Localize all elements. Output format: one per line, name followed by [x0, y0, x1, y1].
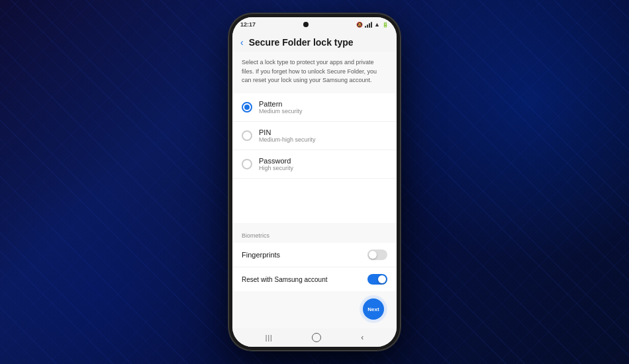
- next-button-label: Next: [367, 306, 379, 312]
- list-item[interactable]: Password High security: [232, 150, 397, 179]
- recents-button[interactable]: |||: [266, 334, 273, 341]
- status-time: 12:17: [240, 21, 256, 28]
- nav-bar: ||| ‹: [232, 328, 397, 347]
- samsung-account-toggle[interactable]: [367, 274, 387, 285]
- battery-icon: 🔋: [382, 22, 389, 28]
- status-bar: 12:17 🔕 ▲ 🔋: [232, 17, 397, 32]
- fingerprints-item[interactable]: Fingerprints: [232, 243, 397, 267]
- option-label-pattern: Pattern: [259, 100, 303, 108]
- back-nav-button[interactable]: ‹: [361, 333, 363, 342]
- option-label-password: Password: [259, 157, 293, 165]
- radio-dot-pattern: [244, 105, 250, 110]
- status-icons: 🔕 ▲ 🔋: [356, 21, 389, 28]
- signal-bars: [365, 21, 372, 28]
- app-bar: ‹ Secure Folder lock type: [232, 32, 397, 52]
- camera-notch: [303, 22, 309, 27]
- signal-bar-2: [367, 24, 368, 28]
- wifi-icon: ▲: [374, 21, 380, 28]
- next-button-container: Next: [232, 291, 397, 328]
- fingerprints-label: Fingerprints: [242, 251, 280, 259]
- biometrics-title: Biometrics: [242, 232, 269, 239]
- option-text-pin: PIN Medium-high security: [259, 128, 316, 143]
- bg-glow: [364, 0, 629, 265]
- option-sublabel-pin: Medium-high security: [259, 136, 316, 143]
- option-sublabel-password: High security: [259, 165, 293, 171]
- screen-content: Select a lock type to protect your apps …: [232, 52, 397, 328]
- list-item[interactable]: Pattern Medium security: [232, 93, 397, 122]
- radio-pattern[interactable]: [242, 102, 252, 113]
- phone-frame: 12:17 🔕 ▲ 🔋 ‹ Secure Folder lock type: [228, 13, 401, 351]
- next-button[interactable]: Next: [363, 298, 384, 320]
- list-item[interactable]: PIN Medium-high security: [232, 122, 397, 150]
- radio-pin[interactable]: [242, 130, 252, 141]
- page-title: Secure Folder lock type: [249, 37, 354, 48]
- option-text-password: Password High security: [259, 157, 293, 171]
- bg-glow2: [0, 165, 232, 364]
- description-block: Select a lock type to protect your apps …: [232, 52, 397, 93]
- signal-bar-1: [365, 26, 366, 28]
- option-text-pattern: Pattern Medium security: [259, 100, 303, 114]
- home-button[interactable]: [312, 333, 321, 342]
- toggle-thumb-fingerprints: [369, 251, 377, 259]
- radio-password[interactable]: [242, 159, 252, 169]
- next-button-glow: Next: [360, 295, 387, 323]
- samsung-account-row[interactable]: Reset with Samsung account: [232, 267, 397, 291]
- signal-bar-3: [369, 23, 370, 28]
- samsung-account-label: Reset with Samsung account: [242, 276, 328, 283]
- biometrics-section-header: Biometrics: [232, 223, 397, 243]
- phone-screen: 12:17 🔕 ▲ 🔋 ‹ Secure Folder lock type: [232, 17, 397, 347]
- signal-bar-4: [371, 22, 372, 28]
- toggle-thumb-samsung: [378, 275, 386, 283]
- volume-icon: 🔕: [356, 22, 363, 28]
- option-label-pin: PIN: [259, 128, 316, 136]
- options-list: Pattern Medium security PIN Medium-high …: [232, 93, 397, 224]
- description-text: Select a lock type to protect your apps …: [242, 58, 387, 85]
- option-sublabel-pattern: Medium security: [259, 108, 303, 114]
- back-button[interactable]: ‹: [240, 37, 244, 48]
- fingerprints-toggle[interactable]: [367, 250, 387, 260]
